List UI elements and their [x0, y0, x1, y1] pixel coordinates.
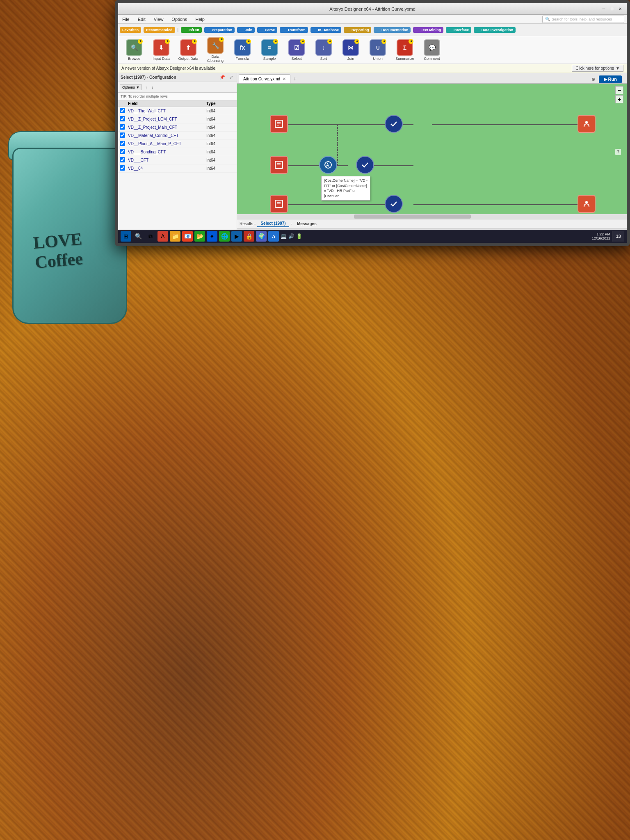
- table-row[interactable]: VD__Plant_A__Main_P_CFT Int64: [118, 140, 237, 148]
- tool-sample[interactable]: ≡★ Sample: [257, 38, 282, 62]
- table-row[interactable]: VD__Z_Project_Main_CFT Int64: [118, 123, 237, 132]
- node-input-mid[interactable]: [270, 156, 288, 174]
- canvas-hscroll[interactable]: [237, 214, 627, 219]
- row-checkbox-0[interactable]: [120, 108, 125, 113]
- window-title: Alteryx Designer x64 - Attrition Curve.y…: [329, 7, 415, 11]
- tool-comment[interactable]: 💬 Comment: [419, 38, 445, 62]
- taskbar-notifications[interactable]: 13: [612, 231, 624, 242]
- hscroll-thumb[interactable]: [354, 215, 471, 219]
- search-icon: 🔍: [545, 17, 550, 21]
- menu-help[interactable]: Help: [194, 16, 206, 23]
- workflow-canvas[interactable]: A [CostCenterName] = "VD - FIT" or [Cost…: [237, 84, 627, 214]
- panel-expand-btn[interactable]: ⤢: [228, 74, 234, 80]
- tool-join[interactable]: ⋈★ Join: [338, 38, 363, 62]
- results-tab-select[interactable]: Select (1997): [257, 220, 289, 227]
- badge-transform[interactable]: Transform: [280, 27, 308, 33]
- badge-indatabase[interactable]: In-Database: [310, 27, 342, 33]
- tool-data-cleansing[interactable]: 🔧★ Data Cleansing: [203, 36, 228, 64]
- canvas-zoom-fit[interactable]: ⊕: [590, 76, 596, 82]
- taskbar-edge[interactable]: ▶: [231, 231, 242, 242]
- tool-summarize-label: Summarize: [395, 57, 414, 61]
- node-filter-mid[interactable]: A: [319, 156, 337, 174]
- badge-documentation[interactable]: Documentation: [374, 27, 411, 33]
- row-checkbox-4[interactable]: [120, 141, 125, 146]
- table-row[interactable]: VD__64 Int64: [118, 164, 237, 173]
- badge-inout[interactable]: In/Out: [181, 27, 202, 33]
- row-checkbox-1[interactable]: [120, 116, 125, 121]
- node-check-top[interactable]: [385, 115, 403, 133]
- badge-textmining[interactable]: Text Mining: [413, 27, 443, 33]
- node-input-top[interactable]: [270, 115, 288, 133]
- results-tab-messages[interactable]: Messages: [294, 221, 320, 227]
- click-here-button[interactable]: Click here for options ▼: [572, 65, 623, 72]
- node-check-mid[interactable]: [356, 156, 374, 174]
- node-action-top[interactable]: [578, 115, 596, 133]
- row-checkbox-2[interactable]: [120, 124, 125, 130]
- tool-summarize[interactable]: Σ★ Summarize: [392, 38, 418, 62]
- badge-favorites[interactable]: Favorites: [120, 27, 141, 33]
- table-header: Field Type: [118, 100, 237, 107]
- node-check-bot[interactable]: [385, 195, 403, 213]
- badge-interface[interactable]: Interface: [446, 27, 471, 33]
- node-action-bot[interactable]: [578, 195, 596, 213]
- workflow-tab[interactable]: Attrition Curve.yxmd ✕: [239, 74, 290, 83]
- badge-reporting[interactable]: Reporting: [344, 27, 371, 33]
- taskbar-clock[interactable]: 1:22 PM 12/16/2022: [592, 232, 610, 240]
- taskbar-pdf[interactable]: 🔒: [244, 231, 254, 242]
- taskbar-teams[interactable]: 🌍: [256, 231, 267, 242]
- taskbar-chrome[interactable]: 🌐: [219, 231, 230, 242]
- minimize-button[interactable]: ─: [600, 6, 607, 12]
- taskbar-explorer[interactable]: 📂: [194, 231, 205, 242]
- start-btn[interactable]: ⊞: [121, 231, 131, 242]
- tool-input-data[interactable]: ⬇★ Input Data: [148, 38, 174, 62]
- tab-add-btn[interactable]: +: [290, 74, 299, 83]
- tool-union[interactable]: ∪★ Union: [365, 38, 390, 62]
- sort-desc-btn[interactable]: ↓: [150, 84, 155, 90]
- menu-file[interactable]: File: [121, 16, 131, 23]
- run-button[interactable]: ▶ Run: [599, 75, 622, 83]
- tool-select[interactable]: ☑★ Select: [284, 38, 309, 62]
- zoom-controls: − +: [615, 86, 623, 103]
- table-row[interactable]: VD___Bonding_CFT Int64: [118, 148, 237, 156]
- table-row[interactable]: VD___CFT Int64: [118, 156, 237, 164]
- close-button[interactable]: ✕: [617, 6, 623, 12]
- taskbar-alteryx[interactable]: A: [158, 231, 168, 242]
- row-checkbox-7[interactable]: [120, 165, 125, 171]
- tool-output-data[interactable]: ⬆★ Output Data: [176, 38, 201, 62]
- maximize-button[interactable]: □: [609, 6, 615, 12]
- badge-recommended[interactable]: Recommended: [144, 27, 175, 33]
- col-header-type: Type: [206, 101, 235, 106]
- search-box[interactable]: 🔍 Search for tools, help, and resources: [542, 16, 624, 23]
- node-input-bot[interactable]: [270, 195, 288, 213]
- table-row[interactable]: VD__Z_Project_LCM_CFT Int64: [118, 115, 237, 123]
- table-row[interactable]: VD__Material_Control_CFT Int64: [118, 132, 237, 140]
- badge-join[interactable]: Join: [237, 27, 255, 33]
- tool-formula[interactable]: fx★ Formula: [230, 38, 255, 62]
- row-checkbox-5[interactable]: [120, 149, 125, 154]
- badge-datainvestigation[interactable]: Data Investigation: [474, 27, 516, 33]
- row-checkbox-3[interactable]: [120, 132, 125, 138]
- badge-preparation[interactable]: Preparation: [204, 27, 235, 33]
- zoom-out-btn[interactable]: −: [615, 86, 623, 94]
- taskbar-acronis[interactable]: a: [268, 231, 279, 242]
- title-bar: Alteryx Designer x64 - Attrition Curve.y…: [118, 3, 627, 15]
- taskbar-task-view[interactable]: ⧉: [145, 231, 156, 242]
- taskbar-ie[interactable]: e: [207, 231, 217, 242]
- table-row[interactable]: VD__The_Wall_CFT Int64: [118, 107, 237, 115]
- tool-sort[interactable]: ↕★ Sort: [311, 38, 336, 62]
- tool-browse[interactable]: 🔍★ Browse: [121, 38, 147, 62]
- panel-toolbar: Options ▼ ↑ ↓: [118, 82, 237, 93]
- row-checkbox-6[interactable]: [120, 157, 125, 162]
- options-dropdown[interactable]: Options ▼: [120, 84, 142, 90]
- menu-view[interactable]: View: [152, 16, 165, 23]
- taskbar-search[interactable]: 🔍: [133, 231, 144, 242]
- sort-asc-btn[interactable]: ↑: [144, 84, 148, 90]
- tab-close-btn[interactable]: ✕: [283, 77, 286, 81]
- zoom-in-btn[interactable]: +: [615, 95, 623, 103]
- badge-parse[interactable]: Parse: [257, 27, 277, 33]
- menu-edit[interactable]: Edit: [136, 16, 147, 23]
- taskbar-folder[interactable]: 📁: [170, 231, 180, 242]
- menu-options[interactable]: Options: [170, 16, 189, 23]
- panel-pin-btn[interactable]: 📌: [218, 74, 226, 80]
- taskbar-outlook[interactable]: 📧: [182, 231, 193, 242]
